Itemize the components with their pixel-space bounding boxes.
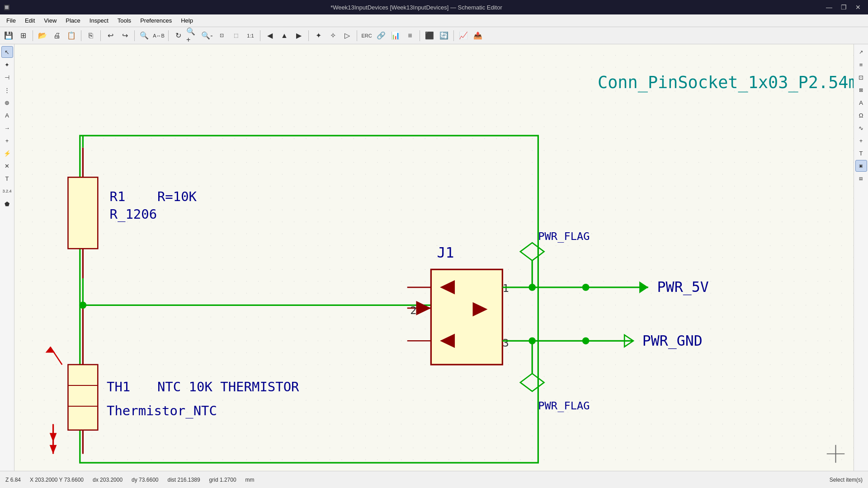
unit-status: mm [245,477,255,483]
dx-status: dx 203.2000 [93,477,123,483]
pwr-flag2-label: PWR_FLAG [538,399,590,412]
component-title: Conn_PinSocket_1x03_P2.54mm_Vertical_SMD [598,73,854,93]
navigate-up-button[interactable]: ▲ [278,29,291,42]
schematic-fields-button[interactable]: ≡ [403,29,417,42]
add-symbol-tool[interactable]: + [1,135,13,146]
zoom-100-button[interactable]: 1:1 [244,29,257,42]
j1-ref-label: J1 [437,244,454,261]
select-tool[interactable]: ↖ [1,46,13,58]
r1-footprint-label: R_1206 [110,206,157,222]
menu-edit[interactable]: Edit [20,14,39,27]
zoom-fit-button[interactable]: ⊡ [215,29,228,42]
net-label-tool[interactable]: A [1,109,13,121]
right-tool-2[interactable]: ≡ [855,59,867,70]
right-tool-5[interactable]: A [855,97,867,108]
refresh-button[interactable]: ↻ [171,29,185,42]
pin3-num: 3 [502,337,509,349]
j1-body[interactable] [431,269,502,365]
dist-status: dist 216.1389 [168,477,200,483]
close-button[interactable]: ✕ [852,2,864,12]
right-tool-3[interactable]: ⊡ [855,71,867,83]
menubar: File Edit View Place Inspect Tools Prefe… [0,14,868,27]
netlist-button[interactable]: 🔗 [374,29,388,42]
design-rules[interactable]: ⬟ [1,198,13,210]
toolbar: 💾 ⊞ 📂 🖨 📋 ⎘ ↩ ↪ 🔍 A↔B ↻ 🔍+ 🔍- ⊡ ⬚ 1:1 ◀ … [0,27,868,44]
menu-help[interactable]: Help [176,14,198,27]
navigate-fwd-button[interactable]: ▶ [292,29,306,42]
dy-status: dy 73.6600 [132,477,158,483]
window-controls: — ❐ ✕ [823,2,864,12]
copy-button[interactable]: ⎘ [84,29,98,42]
undo-button[interactable]: ↩ [104,29,117,42]
zoom-out-button[interactable]: 🔍- [200,29,214,42]
navigate-back-button[interactable]: ◀ [263,29,277,42]
global-label-tool[interactable]: → [1,122,13,134]
pwr-5v-label: PWR_5V [657,279,709,296]
r1-ref-label: R1 [110,189,126,204]
right-tool-9[interactable]: T [855,147,867,159]
update-pcb-button[interactable]: 🔄 [437,29,451,42]
pin2-num: 2 [410,304,416,317]
menu-view[interactable]: View [39,14,61,27]
bus-tool[interactable]: ⋮ [1,84,13,96]
zoom-status: Z 6.84 [5,477,21,483]
no-connect-tool[interactable]: ✕ [1,160,13,172]
right-tool-11[interactable]: ▤ [855,173,867,184]
left-sidebar: ↖ ✦ ⊣ ⋮ ⊕ A → + ⚡ ✕ T 3.2.4 ⬟ [0,44,14,471]
redo-button[interactable]: ↪ [118,29,132,42]
right-tool-10[interactable]: ▣ [855,160,867,172]
th1-body[interactable] [68,365,98,430]
right-sidebar: ↗ ≡ ⊡ ⊠ A Ω ∿ + T ▣ ▤ [854,44,868,471]
titlebar: 🔲 *Week13InputDevices [Week13InputDevice… [0,0,868,14]
right-tool-7[interactable]: ∿ [855,122,867,134]
sim-button[interactable]: 📈 [457,29,470,42]
find-button[interactable]: 🔍 [137,29,151,42]
print-button[interactable]: 🖨 [50,29,64,42]
right-tool-4[interactable]: ⊠ [855,84,867,96]
right-tool-1[interactable]: ↗ [855,46,867,58]
pcb-button[interactable]: ⬛ [423,29,436,42]
zoom-select-button[interactable]: ⬚ [229,29,243,42]
plot-button[interactable]: 📋 [65,29,78,42]
new-schematic-button[interactable]: ⊞ [16,29,30,42]
mode-status: Select item(s) [830,477,863,483]
maximize-button[interactable]: ❐ [837,2,850,12]
wire-tool[interactable]: ⊣ [1,71,13,83]
th1-value-label: NTC 10K THERMISTOR [157,379,299,394]
right-tool-6[interactable]: Ω [855,109,867,121]
junction-1 [79,301,86,309]
menu-tools[interactable]: Tools [113,14,136,27]
open-button[interactable]: 📂 [36,29,49,42]
add-power-tool[interactable]: ⚡ [1,147,13,159]
right-tool-8[interactable]: + [855,135,867,146]
fields-table[interactable]: 3.2.4 [1,185,13,197]
r1-value-label: R=10K [157,189,197,204]
junction-tool[interactable]: ⊕ [1,97,13,108]
main-area: ↖ ✦ ⊣ ⋮ ⊕ A → + ⚡ ✕ T 3.2.4 ⬟ Conn_PinSo… [0,44,868,471]
highlight-clear-button[interactable]: ✧ [326,29,340,42]
menu-file[interactable]: File [2,14,20,27]
add-text-tool[interactable]: T [1,173,13,184]
minimize-button[interactable]: — [823,2,835,12]
canvas-area[interactable]: Conn_PinSocket_1x03_P2.54mm_Vertical_SMD… [14,44,854,471]
grid-status: grid 1.2700 [209,477,236,483]
statusbar: Z 6.84 X 203.2000 Y 73.6600 dx 203.2000 … [0,471,868,488]
find-replace-button[interactable]: A↔B [152,29,165,42]
highlight-net-button[interactable]: ✦ [311,29,325,42]
menu-place[interactable]: Place [61,14,85,27]
highlight-tool[interactable]: ✦ [1,59,13,70]
th1-footprint-label: Thermistor_NTC [107,403,217,419]
r1-body[interactable] [68,177,98,249]
bom-button[interactable]: 📊 [389,29,402,42]
menu-inspect[interactable]: Inspect [85,14,113,27]
export-button[interactable]: 📤 [471,29,485,42]
menu-preferences[interactable]: Preferences [136,14,176,27]
erc-button[interactable]: ERC [360,29,373,42]
app-icon: 🔲 [4,5,10,10]
save-button[interactable]: 💾 [2,29,15,42]
annotate-button[interactable]: ▷ [340,29,354,42]
pwr-gnd-label: PWR_GND [642,333,703,349]
zoom-in-button[interactable]: 🔍+ [186,29,199,42]
th1-ref-label: TH1 [107,379,130,394]
window-title: *Week13InputDevices [Week13InputDevices]… [10,4,823,11]
